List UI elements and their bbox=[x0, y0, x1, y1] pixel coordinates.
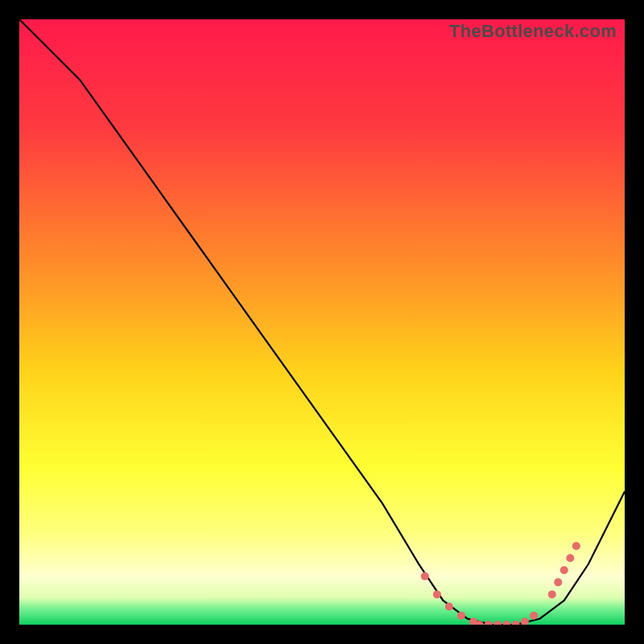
marker-dot bbox=[554, 578, 562, 586]
marker-dot bbox=[560, 566, 568, 574]
gradient-background bbox=[19, 19, 625, 625]
marker-dot bbox=[566, 554, 574, 562]
marker-dot bbox=[457, 612, 465, 620]
bottleneck-chart bbox=[19, 19, 625, 625]
marker-dot bbox=[530, 612, 538, 620]
chart-frame: TheBottleneck.com bbox=[19, 19, 625, 625]
marker-dot bbox=[548, 590, 556, 598]
marker-dot bbox=[445, 602, 453, 610]
marker-dot bbox=[572, 542, 580, 550]
marker-dot bbox=[421, 572, 429, 580]
marker-dot bbox=[433, 590, 441, 598]
